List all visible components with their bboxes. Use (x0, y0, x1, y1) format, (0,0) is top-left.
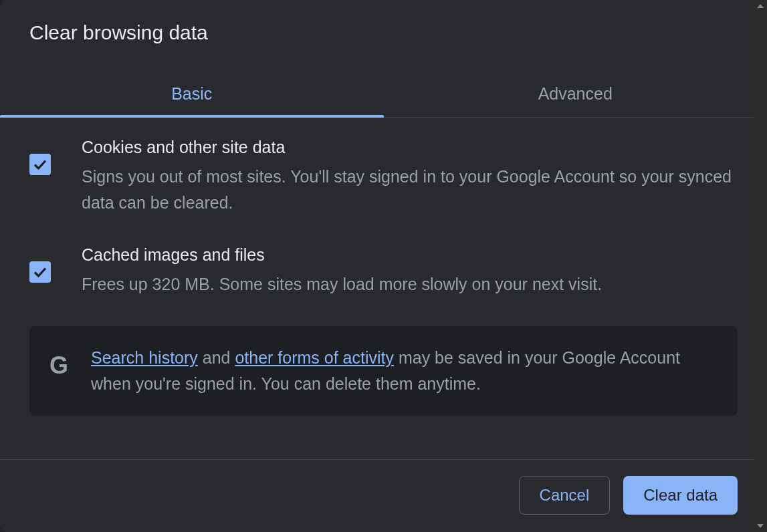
info-text-mid: and (198, 348, 235, 367)
checkbox-cache[interactable] (29, 261, 51, 283)
check-icon (32, 156, 48, 172)
outer-scrollbar[interactable] (754, 0, 767, 532)
search-history-link[interactable]: Search history (91, 348, 198, 367)
clear-data-button[interactable]: Clear data (623, 476, 738, 515)
check-icon (32, 264, 48, 280)
checkbox-cookies[interactable] (29, 154, 51, 175)
tab-basic-label: Basic (171, 84, 212, 103)
cancel-button[interactable]: Cancel (519, 476, 611, 515)
clear-browsing-data-dialog: Clear browsing data Basic Advanced Cooki… (0, 0, 767, 532)
scroll-down-arrow-icon[interactable] (757, 524, 764, 528)
google-account-info-box: G Search history and other forms of acti… (29, 326, 738, 416)
option-cookies-desc: Signs you out of most sites. You'll stay… (82, 164, 738, 216)
dialog-title: Clear browsing data (29, 21, 738, 44)
tab-basic[interactable]: Basic (0, 72, 384, 117)
option-cache-text: Cached images and files Frees up 320 MB.… (82, 245, 738, 297)
dialog-header: Clear browsing data (0, 0, 767, 56)
tabs-bar: Basic Advanced (0, 72, 767, 118)
content-scroll-area[interactable]: Cookies and other site data Signs you ou… (0, 118, 767, 459)
tab-advanced-label: Advanced (538, 84, 613, 103)
option-cache-title: Cached images and files (82, 245, 738, 265)
google-g-icon: G (49, 352, 68, 380)
option-cookies-text: Cookies and other site data Signs you ou… (82, 138, 738, 216)
info-text: Search history and other forms of activi… (91, 345, 718, 397)
tab-advanced[interactable]: Advanced (384, 72, 768, 117)
option-cookies-row: Cookies and other site data Signs you ou… (29, 138, 738, 216)
option-cache-desc: Frees up 320 MB. Some sites may load mor… (82, 271, 738, 297)
dialog-footer: Cancel Clear data (0, 459, 767, 532)
outer-scroll-track[interactable] (754, 8, 767, 524)
other-activity-link[interactable]: other forms of activity (235, 348, 394, 367)
option-cookies-title: Cookies and other site data (82, 138, 738, 157)
option-cache-row: Cached images and files Frees up 320 MB.… (29, 245, 738, 297)
